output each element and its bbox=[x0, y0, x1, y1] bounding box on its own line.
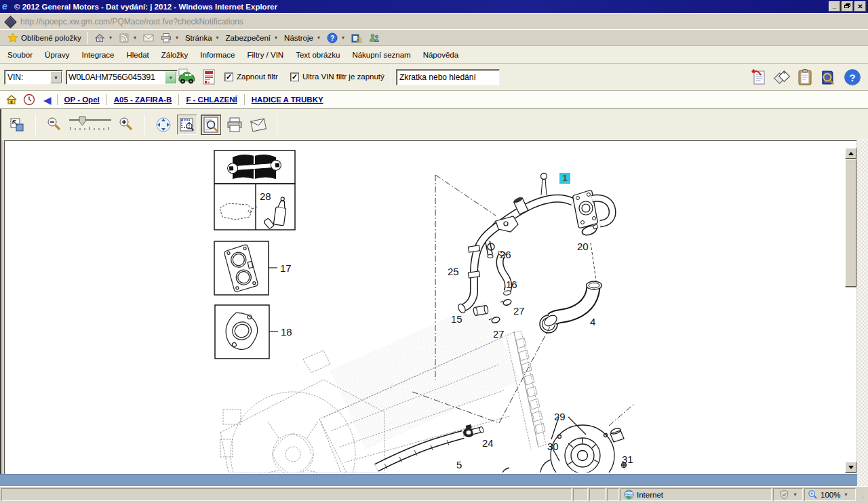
window-title: © 2012 General Motors - Dat vydání: j 20… bbox=[14, 3, 277, 11]
favorites-label: Oblíbené položky bbox=[21, 34, 81, 42]
part-label[interactable]: 30 bbox=[547, 441, 559, 452]
back-icon[interactable]: ◀ bbox=[43, 95, 52, 105]
research-button[interactable] bbox=[348, 31, 366, 45]
part-label[interactable]: 4 bbox=[590, 316, 595, 327]
menu-text-obrazku[interactable]: Text obrázku bbox=[290, 49, 346, 61]
vin-input[interactable]: W0L0AHM756G045391 ▼ bbox=[66, 70, 178, 85]
part-label[interactable]: 28 bbox=[260, 190, 271, 202]
part-label[interactable]: 16 bbox=[506, 279, 517, 290]
home-button[interactable] bbox=[91, 31, 115, 45]
shield-icon bbox=[779, 489, 789, 500]
zoom-out-button[interactable] bbox=[44, 115, 64, 135]
breadcrumb-link-hadice-a-trubky[interactable]: HADICE A TRUBKY bbox=[245, 96, 330, 104]
minimize-button[interactable]: _ bbox=[829, 1, 840, 12]
catalog-search-icon[interactable] bbox=[819, 68, 837, 86]
print-button[interactable] bbox=[157, 31, 182, 45]
menu-nakupni-seznam[interactable]: Nákupní seznam bbox=[346, 49, 416, 61]
part-label[interactable]: 25 bbox=[448, 266, 459, 277]
page-menu[interactable]: Stránka bbox=[182, 33, 222, 43]
zoom-slider[interactable] bbox=[68, 115, 113, 134]
menu-integrace[interactable]: Integrace bbox=[76, 49, 121, 61]
magnifier-zoom-button[interactable] bbox=[201, 115, 221, 135]
home-icon[interactable] bbox=[5, 94, 18, 106]
labels-icon[interactable] bbox=[773, 68, 791, 86]
water-pump[interactable] bbox=[502, 417, 627, 472]
feeds-button[interactable] bbox=[115, 31, 140, 45]
menu-upravy[interactable]: Úpravy bbox=[39, 49, 75, 61]
breadcrumb-link-op-opel[interactable]: OP - Opel bbox=[58, 96, 106, 104]
send-image-button[interactable] bbox=[248, 115, 269, 135]
menu-informace[interactable]: Informace bbox=[194, 49, 241, 61]
menu-soubor[interactable]: Soubor bbox=[1, 49, 39, 61]
report-icon[interactable] bbox=[201, 68, 218, 86]
menu-hledat[interactable]: Hledat bbox=[120, 49, 155, 61]
vin-dropdown-icon[interactable]: ▼ bbox=[165, 71, 176, 83]
part-label[interactable]: 17 bbox=[280, 262, 292, 274]
part-label[interactable]: 24 bbox=[482, 437, 494, 449]
scrollbar-thumb[interactable] bbox=[845, 159, 856, 287]
part-label-highlighted[interactable]: 1 bbox=[559, 173, 570, 184]
part-label[interactable]: 31 bbox=[622, 454, 633, 465]
marquee-zoom-icon bbox=[179, 117, 195, 133]
resize-grip[interactable] bbox=[857, 488, 867, 501]
help-icon[interactable]: ? bbox=[844, 68, 861, 86]
search-input[interactable]: Zkratka nebo hledání bbox=[396, 69, 500, 85]
ie-logo-icon: e bbox=[2, 2, 12, 12]
filter-checkbox[interactable] bbox=[224, 73, 233, 81]
menu-filtry-vin[interactable]: Filtry / VIN bbox=[241, 49, 290, 61]
pan-button[interactable] bbox=[153, 115, 174, 135]
clamp-27a[interactable] bbox=[500, 298, 512, 306]
security-menu[interactable]: Zabezpečení bbox=[222, 33, 281, 43]
zoom-control[interactable]: 100% bbox=[804, 488, 856, 501]
part-label[interactable]: 5 bbox=[456, 459, 462, 470]
menu-zalozky[interactable]: Záložky bbox=[155, 49, 195, 61]
read-mail-button[interactable] bbox=[140, 31, 157, 45]
help-menu[interactable]: ? bbox=[323, 31, 348, 45]
part-label[interactable]: 27 bbox=[493, 328, 505, 340]
part-label[interactable]: 27 bbox=[513, 305, 525, 317]
history-clock-icon[interactable] bbox=[23, 94, 35, 106]
breadcrumb-link-a05-zafira-b[interactable]: A05 - ZAFIRA-B bbox=[107, 96, 179, 104]
close-button[interactable]: ✕ bbox=[854, 1, 866, 12]
arrow-down-icon bbox=[848, 466, 854, 469]
vin-value: W0L0AHM756G045391 bbox=[68, 73, 155, 82]
print-image-button[interactable] bbox=[224, 115, 245, 135]
restore-icon bbox=[844, 3, 850, 9]
favorites-button[interactable]: Oblíbené položky bbox=[4, 31, 85, 45]
tools-menu-label: Nástroje bbox=[284, 34, 313, 42]
clipboard-icon[interactable] bbox=[796, 68, 814, 86]
part-label[interactable]: 18 bbox=[281, 326, 292, 338]
vehicle-details-icon[interactable] bbox=[178, 68, 195, 86]
clamp-24[interactable] bbox=[463, 424, 484, 437]
breadcrumb-link-f-chlazeni[interactable]: F - CHLAZENÍ bbox=[179, 96, 243, 104]
scrollbar-down-button[interactable] bbox=[845, 462, 856, 472]
diagram-scrollbar[interactable] bbox=[845, 148, 856, 472]
arrow-up-icon bbox=[848, 152, 854, 155]
magnifier-page-icon bbox=[202, 116, 220, 134]
back-to-document-icon[interactable] bbox=[750, 68, 768, 86]
hose-5[interactable] bbox=[376, 435, 463, 469]
part-label[interactable]: 15 bbox=[451, 313, 462, 325]
search-value: Zkratka nebo hledání bbox=[399, 73, 476, 82]
fit-to-window-button[interactable] bbox=[7, 115, 27, 135]
zoom-in-button[interactable] bbox=[116, 115, 136, 135]
menu-napoveda[interactable]: Nápověda bbox=[417, 49, 465, 61]
part-label[interactable]: 20 bbox=[577, 241, 589, 252]
vin-type-select[interactable]: VIN: ▼ bbox=[4, 70, 63, 85]
marquee-zoom-button[interactable] bbox=[177, 115, 197, 135]
protected-mode-button[interactable] bbox=[773, 488, 803, 501]
outer-scrollbar-track[interactable] bbox=[857, 140, 868, 486]
tools-menu[interactable]: Nástroje bbox=[281, 33, 323, 43]
restore-button[interactable] bbox=[842, 1, 853, 12]
messenger-button[interactable] bbox=[366, 31, 383, 45]
scrollbar-up-button[interactable] bbox=[845, 148, 856, 159]
status-message-panel bbox=[1, 488, 572, 501]
part-label[interactable]: 26 bbox=[500, 249, 511, 260]
ultra-filter-checkbox[interactable] bbox=[290, 73, 299, 81]
mail-icon bbox=[143, 33, 154, 43]
vin-toolbar: VIN: ▼ W0L0AHM756G045391 ▼ Zapnout filtr… bbox=[0, 64, 868, 91]
vin-type-dropdown-icon[interactable]: ▼ bbox=[50, 71, 62, 83]
globe-icon bbox=[624, 489, 634, 500]
part-label[interactable]: 29 bbox=[554, 411, 566, 422]
zoom-icon bbox=[808, 489, 818, 500]
